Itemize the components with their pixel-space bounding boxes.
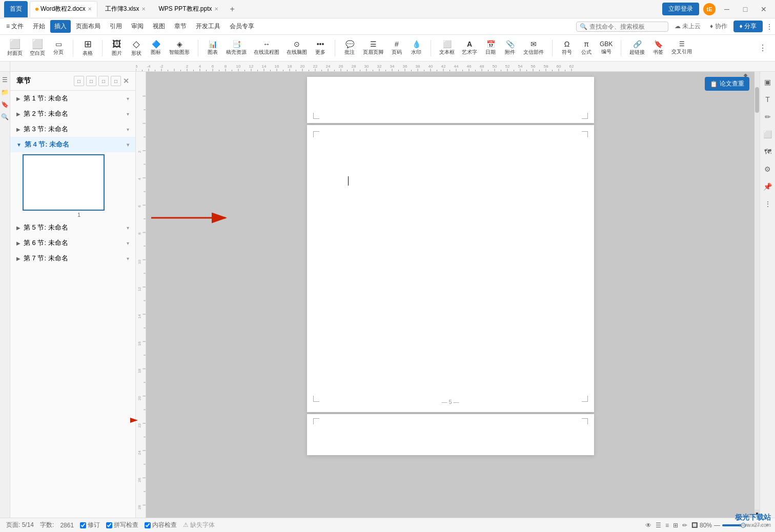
tab-word-close[interactable]: ✕ [88, 6, 92, 12]
upload-button[interactable]: ☁ 未上云 [671, 21, 704, 32]
chapter-menu-2[interactable]: ▾ [127, 111, 129, 117]
chapter-arrow-6[interactable]: ▶ [16, 240, 21, 246]
insert-cover-button[interactable]: ⬜ 封面页 [4, 37, 26, 59]
menu-developer[interactable]: 开发工具 [192, 20, 225, 33]
toolbar-more[interactable]: ⋮ [754, 43, 771, 53]
menu-file[interactable]: ≡ 文件 [2, 20, 28, 33]
sidebar-close-button[interactable]: ✕ [123, 77, 129, 85]
search-input[interactable] [589, 23, 665, 30]
insert-mail-button[interactable]: ✉ 文信部件 [520, 37, 547, 59]
insert-crossref-button[interactable]: ☰ 交叉引用 [668, 37, 695, 59]
status-layout-2[interactable]: ≡ [665, 522, 669, 529]
status-layout-4[interactable]: ✏ [682, 522, 687, 529]
insert-more-button[interactable]: ••• 更多 [311, 37, 330, 59]
insert-date-button[interactable]: 📅 日期 [481, 37, 500, 59]
chapter-arrow-1[interactable]: ▶ [16, 96, 21, 101]
menu-view[interactable]: 视图 [149, 20, 169, 33]
right-tool-1[interactable]: ▣ [762, 76, 774, 88]
insert-pagebreak-button[interactable]: ▭ 分页 [49, 37, 68, 59]
content-check[interactable]: 内容检查 [145, 521, 177, 529]
insert-page-num-button[interactable]: # 页码 [388, 37, 406, 59]
chapter-menu-7[interactable]: ▾ [127, 256, 129, 261]
spell-checkbox[interactable] [106, 522, 112, 528]
revision-check[interactable]: 修订 [80, 521, 100, 529]
sidebar-grid-icon[interactable]: □ [98, 76, 109, 86]
insert-watermark-button[interactable]: 💧 水印 [407, 37, 425, 59]
more-menu-icon[interactable]: ⋮ [766, 23, 773, 31]
status-layout-3[interactable]: ⊞ [673, 522, 678, 529]
tab-home[interactable]: 首页 [4, 1, 28, 17]
status-layout-1[interactable]: ☰ [656, 522, 661, 529]
collab-button[interactable]: ♦ 协作 [707, 21, 730, 32]
nav-icon-1[interactable]: ☰ [1, 76, 9, 84]
insert-bookmark-button[interactable]: 🔖 书签 [649, 37, 667, 59]
chapter-item-1[interactable]: ▶ 第 1 节: 未命名 ▾ [10, 91, 135, 106]
tab-ppt[interactable]: WPS PPT教程.pptx ✕ [153, 1, 224, 17]
sidebar-list-icon[interactable]: □ [86, 76, 96, 86]
content-checkbox[interactable] [145, 522, 151, 528]
close-button[interactable]: ✕ [757, 2, 771, 16]
insert-flowchart-button[interactable]: ↔ 在线流程图 [251, 37, 282, 59]
insert-chart-button[interactable]: 📊 图表 [203, 37, 222, 59]
chapter-arrow-5[interactable]: ▶ [16, 225, 21, 231]
revision-checkbox[interactable] [80, 522, 86, 528]
menu-review[interactable]: 审阅 [127, 20, 148, 33]
insert-comment-button[interactable]: 💬 批注 [340, 37, 359, 59]
menu-vip[interactable]: 会员专享 [226, 20, 258, 33]
chapter-menu-4[interactable]: ▾ [127, 142, 129, 148]
spell-check[interactable]: 拼写检查 [106, 521, 138, 529]
insert-mindmap-button[interactable]: ⊙ 在线脑图 [283, 37, 310, 59]
chapter-item-6[interactable]: ▶ 第 6 节: 未命名 ▾ [10, 235, 135, 251]
insert-blank-button[interactable]: ⬜ 空白页 [27, 37, 48, 59]
insert-header-footer-button[interactable]: ☰ 页眉页脚 [360, 37, 386, 59]
sidebar-add-icon[interactable]: □ [74, 76, 84, 86]
right-tool-3[interactable]: ✏ [762, 111, 774, 123]
nav-icon-3[interactable]: 🔖 [1, 100, 9, 109]
insert-art-text-button[interactable]: A 艺术字 [459, 37, 480, 59]
nav-icon-2[interactable]: 📁 [1, 88, 9, 96]
chapter-item-4[interactable]: ▼ 第 4 节: 未命名 ▾ [10, 137, 135, 152]
chapter-item-7[interactable]: ▶ 第 7 节: 未命名 ▾ [10, 251, 135, 266]
chapter-menu-1[interactable]: ▾ [127, 96, 129, 101]
insert-number-button[interactable]: GBK 编号 [597, 37, 616, 59]
sidebar-more-icon[interactable]: □ [111, 76, 121, 86]
insert-icon-button[interactable]: 🔷 图标 [147, 37, 165, 59]
zoom-minus[interactable]: — [714, 522, 720, 529]
insert-formula-button[interactable]: π 公式 [577, 37, 596, 59]
tab-ppt-close[interactable]: ✕ [214, 6, 218, 12]
menu-references[interactable]: 引用 [106, 20, 126, 33]
insert-shape-button[interactable]: ◇ 形状 [127, 37, 146, 59]
chapter-item-3[interactable]: ▶ 第 3 节: 未命名 ▾ [10, 121, 135, 137]
right-tool-6[interactable]: ⚙ [762, 163, 774, 175]
insert-smart-button[interactable]: ◈ 智能图形 [166, 37, 193, 59]
eye-icon[interactable]: 👁 [645, 522, 651, 529]
menu-page-layout[interactable]: 页面布局 [72, 20, 105, 33]
menu-insert[interactable]: 插入 [50, 20, 71, 33]
tab-excel-close[interactable]: ✕ [141, 6, 146, 12]
chapter-item-2[interactable]: ▶ 第 2 节: 未命名 ▾ [10, 106, 135, 121]
scrollbar-thumb[interactable] [755, 87, 759, 113]
tab-excel[interactable]: 工作簿3.xlsx ✕ [99, 1, 151, 17]
document-scroll-area[interactable]: — 5 — 📋 论文查重 ⬆ [146, 72, 754, 518]
nav-icon-4[interactable]: 🔍 [1, 113, 9, 121]
menu-start[interactable]: 开始 [29, 20, 49, 33]
search-box[interactable]: 🔍 [576, 22, 668, 32]
right-tool-2[interactable]: T [762, 93, 774, 106]
right-tool-5[interactable]: 🗺 [762, 146, 774, 158]
vertical-scrollbar[interactable]: ▼ [754, 72, 760, 518]
right-tool-8[interactable]: ⋮ [762, 198, 774, 210]
insert-resource-button[interactable]: 📑 稿壳资源 [223, 37, 250, 59]
chapter-arrow-4[interactable]: ▼ [16, 142, 22, 148]
tab-word[interactable]: Word教程2.docx ✕ [30, 1, 97, 17]
login-button[interactable]: 立即登录 [662, 3, 699, 15]
chapter-menu-5[interactable]: ▾ [127, 225, 129, 231]
insert-textbox-button[interactable]: ⬜ 文本框 [436, 37, 458, 59]
share-button[interactable]: ♦ 分享 [733, 21, 763, 32]
chapter-menu-6[interactable]: ▾ [127, 240, 129, 246]
insert-attachment-button[interactable]: 📎 附件 [501, 37, 519, 59]
insert-table-button[interactable]: ⊞ 表格 [78, 37, 97, 59]
insert-hyperlink-button[interactable]: 🔗 超链接 [626, 37, 648, 59]
main-page[interactable]: — 5 — [307, 125, 594, 412]
add-tab-button[interactable]: + [226, 3, 239, 16]
chapter-menu-3[interactable]: ▾ [127, 127, 129, 132]
